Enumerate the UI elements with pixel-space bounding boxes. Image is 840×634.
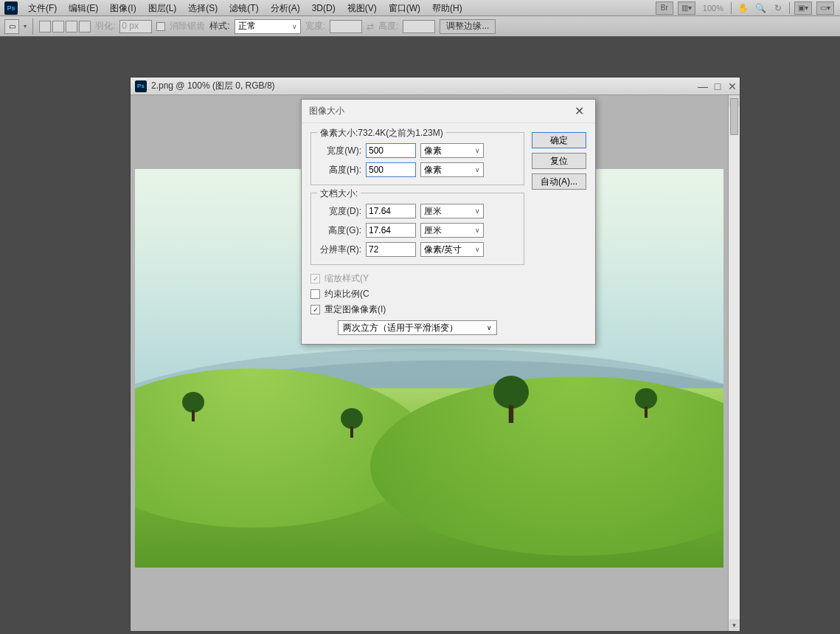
height-label: 高度: <box>378 20 398 32</box>
doc-width-unit[interactable]: 厘米 <box>420 204 484 218</box>
ok-button[interactable]: 确定 <box>532 132 586 148</box>
pixel-width-unit[interactable]: 像素 <box>420 143 484 158</box>
menu-file[interactable]: 文件(F) <box>22 0 63 16</box>
swap-icon[interactable]: ⇄ <box>367 21 374 32</box>
height-input[interactable] <box>403 20 435 33</box>
selection-mode-group <box>39 21 91 32</box>
menu-view[interactable]: 视图(V) <box>341 0 383 16</box>
separator <box>32 18 33 35</box>
document-titlebar[interactable]: Ps 2.png @ 100% (图层 0, RGB/8) — □ ✕ <box>131 77 740 95</box>
main-menubar: Ps 文件(F) 编辑(E) 图像(I) 图层(L) 选择(S) 滤镜(T) 分… <box>0 0 840 16</box>
menu-edit[interactable]: 编辑(E) <box>63 0 104 16</box>
style-label: 样式: <box>209 20 229 32</box>
doc-height-input[interactable] <box>366 223 416 238</box>
hand-icon[interactable]: ✋ <box>736 2 749 14</box>
separator <box>731 2 732 14</box>
width-label: 宽度: <box>305 20 325 32</box>
resample-checkbox[interactable] <box>310 305 320 314</box>
scale-styles-label: 缩放样式(Y <box>324 272 369 285</box>
resolution-label: 分辨率(R): <box>317 244 361 256</box>
maximize-button[interactable]: □ <box>710 80 725 92</box>
arrange-button[interactable]: ▣▾ <box>794 1 812 15</box>
feather-input[interactable]: 0 px <box>119 20 152 33</box>
menu-analysis[interactable]: 分析(A) <box>265 0 306 16</box>
menu-select[interactable]: 选择(S) <box>182 0 223 16</box>
menu-layer[interactable]: 图层(L) <box>142 0 183 16</box>
doc-width-input[interactable] <box>366 204 416 218</box>
bridge-button[interactable]: Br <box>656 1 673 15</box>
menu-filter[interactable]: 滤镜(T) <box>223 0 264 16</box>
menu-image[interactable]: 图像(I) <box>104 0 142 16</box>
dropdown-icon[interactable]: ▾ <box>24 23 27 30</box>
constrain-proportions-checkbox[interactable] <box>310 289 320 299</box>
antialias-checkbox[interactable] <box>156 22 165 31</box>
reset-button[interactable]: 复位 <box>532 153 586 169</box>
selection-add[interactable] <box>52 21 64 32</box>
rotate-icon[interactable]: ↻ <box>771 2 785 14</box>
minimize-button[interactable]: — <box>695 80 710 92</box>
resolution-unit[interactable]: 像素/英寸 <box>420 242 484 257</box>
interpolation-select[interactable]: 两次立方（适用于平滑渐变） <box>338 320 497 335</box>
scale-styles-checkbox <box>310 274 320 283</box>
auto-button[interactable]: 自动(A)... <box>532 173 586 190</box>
selection-intersect[interactable] <box>79 21 91 32</box>
document-icon: Ps <box>135 80 147 92</box>
options-bar: ▭ ▾ 羽化: 0 px 消除锯齿 样式: 正常 宽度: ⇄ 高度: 调整边缘.… <box>0 16 840 37</box>
dialog-title-text: 图像大小 <box>309 105 344 117</box>
antialias-label: 消除锯齿 <box>170 20 205 32</box>
document-size-legend: 文档大小: <box>317 187 361 200</box>
zoom-level[interactable]: 100% <box>700 4 726 13</box>
doc-height-label: 高度(G): <box>317 224 361 237</box>
pixel-width-input[interactable] <box>366 143 416 158</box>
selection-subtract[interactable] <box>66 21 77 32</box>
zoom-icon[interactable]: 🔍 <box>754 2 767 14</box>
scroll-thumb[interactable] <box>730 98 738 135</box>
menu-3d[interactable]: 3D(D) <box>306 0 341 16</box>
close-button[interactable]: ✕ <box>725 80 740 92</box>
document-title: 2.png @ 100% (图层 0, RGB/8) <box>151 80 695 92</box>
document-size-group: 文档大小: 宽度(D): 厘米 高度(G): 厘米 分辨率(R): 像素/英寸 <box>310 193 524 265</box>
menu-help[interactable]: 帮助(H) <box>426 0 468 16</box>
image-size-dialog: 图像大小 ✕ 像素大小:732.4K(之前为1.23M) 宽度(W): 像素 高… <box>301 99 596 345</box>
selection-new[interactable] <box>39 21 51 32</box>
menu-window[interactable]: 窗口(W) <box>383 0 426 16</box>
scroll-down-arrow[interactable]: ▼ <box>729 619 740 631</box>
resample-label: 重定图像像素(I) <box>324 303 386 316</box>
dialog-close-button[interactable]: ✕ <box>570 104 588 118</box>
doc-height-unit[interactable]: 厘米 <box>420 223 484 238</box>
constrain-proportions-label: 约束比例(C <box>324 288 369 300</box>
pixel-height-input[interactable] <box>366 162 416 177</box>
app-logo: Ps <box>4 1 18 15</box>
screenmode-button[interactable]: ▥▾ <box>678 1 695 15</box>
marquee-tool-icon[interactable]: ▭ <box>4 19 19 34</box>
resolution-input[interactable] <box>366 242 416 257</box>
pixel-width-label: 宽度(W): <box>317 145 361 157</box>
pixel-height-unit[interactable]: 像素 <box>420 162 484 177</box>
pixel-dimensions-legend: 像素大小:732.4K(之前为1.23M) <box>317 127 446 139</box>
style-select[interactable]: 正常 <box>235 19 301 34</box>
vertical-scrollbar[interactable]: ▲ ▼ <box>728 95 740 631</box>
feather-label: 羽化: <box>95 20 115 32</box>
doc-width-label: 宽度(D): <box>317 205 361 218</box>
refine-edge-button[interactable]: 调整边缘... <box>440 19 496 34</box>
pixel-height-label: 高度(H): <box>317 164 361 176</box>
dialog-titlebar[interactable]: 图像大小 ✕ <box>302 100 595 123</box>
pixel-dimensions-group: 像素大小:732.4K(之前为1.23M) 宽度(W): 像素 高度(H): 像… <box>310 132 524 185</box>
screen-button[interactable]: ▭▾ <box>816 1 834 15</box>
width-input[interactable] <box>330 20 362 33</box>
separator <box>789 2 790 14</box>
